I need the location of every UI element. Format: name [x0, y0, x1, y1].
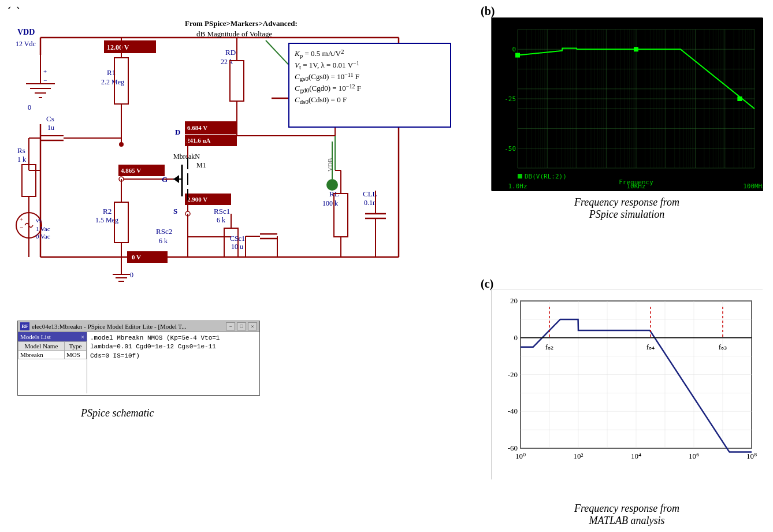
models-list-header: Models List × [18, 332, 87, 341]
svg-text:Cs: Cs [46, 114, 54, 123]
svg-text:0: 0 [28, 103, 31, 111]
svg-text:100 k: 100 k [322, 199, 338, 207]
svg-text:1 Vac: 1 Vac [36, 225, 50, 232]
editor-icon: BF [20, 322, 29, 330]
svg-text:G: G [162, 175, 168, 184]
svg-text:CSc1: CSc1 [230, 235, 245, 243]
svg-text:R2: R2 [103, 207, 112, 215]
svg-text:22 k: 22 k [221, 58, 233, 66]
svg-text:VDD: VDD [17, 28, 35, 36]
schematic-caption: PSpice schematic [81, 407, 154, 419]
maximize-button[interactable]: □ [237, 322, 246, 330]
svg-text:+: + [20, 215, 23, 222]
svg-text:vs: vs [36, 217, 42, 224]
svg-text:0 Vac: 0 Vac [36, 233, 50, 240]
model-type-cell: MOS [64, 351, 86, 359]
model-editor-titlebar: BF elec04e13:Mbreakn - PSpice Model Edit… [18, 321, 259, 332]
svg-text:4.865 V: 4.865 V [121, 167, 141, 174]
svg-text:1 k: 1 k [17, 155, 26, 163]
svg-text:D: D [175, 128, 180, 136]
svg-text:0.1n: 0.1n [364, 199, 376, 207]
svg-text:Rs: Rs [17, 146, 25, 155]
svg-text:+: + [43, 68, 47, 75]
svg-text:From PSpice>Markers>Advanced:: From PSpice>Markers>Advanced: [185, 19, 298, 28]
model-editor-window: BF elec04e13:Mbreakn - PSpice Model Edit… [17, 321, 260, 396]
panel-label-b: (b) [481, 5, 495, 18]
svg-text:2.2 Meg: 2.2 Meg [101, 78, 124, 86]
circuit-schematic: VDD 12 Vdc + − 0 12.00 V R1 2.2 Meg RD 2… [6, 9, 462, 315]
svg-text:−: − [20, 224, 23, 230]
svg-text:12 Vdc: 12 Vdc [16, 40, 36, 48]
model-type-col: Type [64, 342, 86, 351]
svg-text:6.684 V: 6.684 V [187, 124, 207, 131]
svg-text:RSc2: RSc2 [156, 227, 172, 236]
svg-text:2.900 V: 2.900 V [187, 196, 207, 203]
svg-text:dB Magnitude of Voltage: dB Magnitude of Voltage [196, 29, 273, 38]
svg-text:M1: M1 [196, 161, 206, 169]
svg-text:12.00 V: 12.00 V [107, 43, 129, 51]
model-name-cell: Mbreakn [18, 351, 65, 359]
svg-text:RD: RD [225, 48, 236, 57]
svg-text:Vt = 1V, λ = 0.01 V−1: Vt = 1V, λ = 0.01 V−1 [295, 60, 359, 70]
editor-title: elec04e13:Mbreakn - PSpice Model Editor … [32, 323, 226, 330]
svg-text:S: S [173, 207, 177, 215]
close-models-list[interactable]: × [81, 334, 84, 340]
svg-text:0: 0 [130, 271, 133, 279]
svg-text:MbreakN: MbreakN [173, 152, 200, 161]
minimize-button[interactable]: − [226, 322, 235, 330]
svg-text:−: − [43, 77, 47, 84]
svg-text:0 V: 0 V [132, 254, 141, 261]
svg-point-139 [119, 142, 124, 147]
svg-text:1u: 1u [47, 124, 54, 132]
svg-text:6 k: 6 k [159, 237, 168, 245]
svg-text:241.6 uA: 241.6 uA [187, 137, 211, 144]
freq-response-label-b: Frequency response from PSpice simulatio… [491, 196, 763, 221]
svg-text:CLL: CLL [363, 189, 377, 198]
model-text-area: .model Mbreakn NMOS (Kp=5e-4 Vto=1 lambd… [87, 332, 259, 393]
svg-text:6 k: 6 k [217, 216, 225, 224]
matlab-analysis-plot [491, 289, 763, 479]
svg-point-100 [326, 179, 338, 191]
svg-text:10 u: 10 u [231, 243, 243, 251]
pspice-simulation-plot [491, 17, 763, 191]
close-button[interactable]: × [248, 322, 257, 330]
svg-text:RSc1: RSc1 [214, 207, 230, 215]
freq-response-label-c: Frequency response from MATLAB analysis [491, 503, 763, 527]
model-name-col: Model Name [18, 342, 65, 351]
